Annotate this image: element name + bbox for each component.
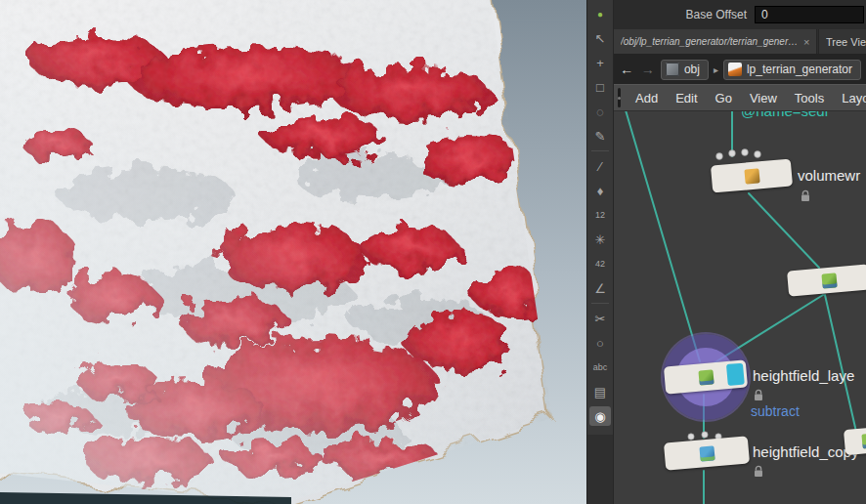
breadcrumb-obj-label: obj: [684, 63, 700, 76]
heightfield-copy-icon: [699, 445, 714, 461]
breadcrumb-separator-icon: ▸: [714, 64, 718, 75]
parameter-row: Base Offset: [614, 0, 866, 29]
lock-icon[interactable]: [800, 189, 811, 202]
tab-tree-view[interactable]: Tree Vie: [818, 29, 866, 54]
angle-measure-icon[interactable]: ∠: [589, 278, 611, 298]
houdini-window: ● ↖ + □ ◌ ✎ ∕ ♦ 12 ✳ 42 ∠ ✂ ○ abc ▤ ◉ Ba…: [0, 0, 866, 504]
lighting-icon[interactable]: ◉: [589, 406, 611, 426]
lock-icon[interactable]: [753, 465, 764, 478]
heightfield-icon: [861, 433, 866, 448]
layer-mode-label: subtract: [751, 403, 800, 419]
toolbar-divider: [591, 150, 609, 151]
menu-edit[interactable]: Edit: [667, 91, 706, 105]
heightfield-icon: [821, 273, 837, 288]
select-arrow-icon[interactable]: ↖: [589, 28, 611, 48]
tab-path-label: /obj/lp_terrian_generator/terrian_genera…: [621, 36, 799, 47]
toolbar-divider: [591, 303, 609, 304]
network-editor[interactable]: @name=sedi volumewr heightfield_: [614, 111, 866, 504]
visualizer-icon[interactable]: ○: [589, 333, 611, 353]
wrangle-icon: [744, 168, 759, 184]
move-tool-icon[interactable]: +: [589, 53, 611, 72]
terrain-render: [0, 0, 586, 504]
menu-view[interactable]: View: [741, 91, 786, 105]
path-bar: ← → obj ▸ lp_terrian_generator: [614, 55, 866, 84]
toolbar-filler: [587, 435, 613, 504]
tab-tree-label: Tree Vie: [826, 36, 866, 48]
breadcrumb-current[interactable]: lp_terrian_generator: [723, 60, 861, 80]
snapshot-icon[interactable]: ▤: [589, 382, 611, 401]
back-arrow-icon[interactable]: ←: [619, 62, 634, 77]
close-icon[interactable]: ×: [803, 36, 809, 48]
menu-add[interactable]: Add: [627, 91, 667, 105]
network-menubar: Add Edit Go View Tools Layout: [614, 84, 866, 111]
network-pane: Base Offset /obj/lp_terrian_generator/te…: [614, 0, 866, 504]
menu-tools[interactable]: Tools: [786, 91, 833, 105]
menu-layout[interactable]: Layout: [833, 91, 866, 105]
sculpt-icon[interactable]: ✳: [589, 230, 611, 249]
lock-icon[interactable]: [753, 389, 764, 401]
text-abc-icon[interactable]: abc: [589, 357, 611, 377]
keyframe-12-icon[interactable]: 12: [589, 205, 611, 225]
brush-icon[interactable]: ✎: [589, 126, 611, 146]
breadcrumb-obj[interactable]: obj: [661, 60, 709, 80]
keyframe-42-icon[interactable]: 42: [589, 254, 611, 273]
node-partial-right[interactable]: [844, 426, 866, 455]
heightfield-layer-icon: [698, 369, 714, 385]
knife-icon[interactable]: ∕: [589, 156, 611, 176]
menu-go[interactable]: Go: [707, 91, 741, 105]
scissors-icon[interactable]: ✂: [589, 309, 611, 328]
handle-icon[interactable]: ●: [589, 4, 611, 23]
base-offset-label: Base Offset: [686, 8, 747, 21]
box-select-icon[interactable]: □: [589, 77, 611, 97]
node-volumewrangle-label: volumewr: [798, 167, 860, 184]
obj-network-icon: [666, 63, 679, 76]
node-heightfield-layer-label: heightfield_laye: [753, 367, 854, 384]
base-offset-input[interactable]: [755, 6, 864, 23]
forward-arrow-icon[interactable]: →: [639, 62, 655, 77]
breadcrumb-current-label: lp_terrian_generator: [747, 63, 852, 76]
node-heightfield-copy-label: heightfield_copy: [753, 443, 858, 460]
pane-tabbar: /obj/lp_terrian_generator/terrian_genera…: [614, 29, 866, 55]
tab-network-path[interactable]: /obj/lp_terrian_generator/terrian_genera…: [614, 29, 817, 54]
lasso-select-icon[interactable]: ◌: [589, 102, 611, 121]
pane-tab-handle[interactable]: [618, 88, 621, 107]
eyedropper-icon[interactable]: ♦: [589, 181, 611, 200]
viewport-3d[interactable]: [0, 0, 586, 504]
annotation-name-sediment: @name=sedi: [741, 111, 828, 119]
terrain-node-icon: [728, 63, 742, 76]
viewport-toolbar: ● ↖ + □ ◌ ✎ ∕ ♦ 12 ✳ 42 ∠ ✂ ○ abc ▤ ◉: [586, 0, 614, 504]
display-flag[interactable]: [726, 363, 745, 386]
